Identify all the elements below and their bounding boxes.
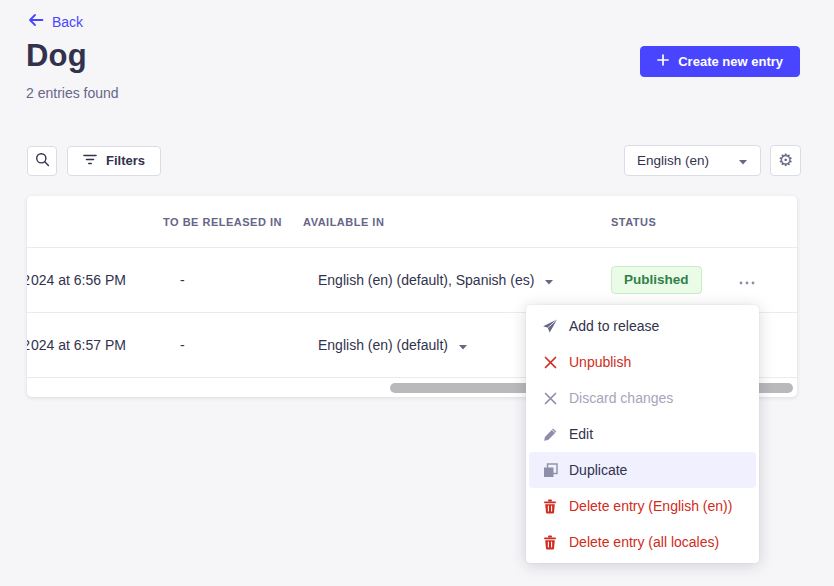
create-new-entry-label: Create new entry	[678, 54, 783, 69]
chevron-down-icon	[738, 153, 748, 168]
toolbar-right-group: English (en) ⚙	[624, 145, 801, 176]
menu-item-label: Edit	[569, 426, 593, 442]
menu-item-label: Add to release	[569, 318, 659, 334]
cell-date: 2024 at 6:57 PM	[27, 337, 163, 353]
menu-item-label: Discard changes	[569, 390, 673, 406]
filters-button[interactable]: Filters	[67, 146, 161, 176]
menu-item-delete-entry-all-locales[interactable]: Delete entry (all locales)	[529, 524, 756, 560]
menu-item-label: Unpublish	[569, 354, 631, 370]
column-header-available-in[interactable]: Available in	[303, 216, 611, 228]
chevron-down-icon[interactable]	[458, 337, 468, 353]
clipped-character: 2	[27, 272, 30, 288]
cell-date: 2024 at 6:56 PM	[27, 272, 163, 288]
row-actions-menu: Add to release Unpublish Discard changes…	[526, 305, 759, 563]
table-row[interactable]: 2024 at 6:56 PM - English (en) (default)…	[27, 248, 797, 313]
search-icon	[35, 152, 50, 170]
trash-icon	[542, 534, 558, 550]
cell-status: Published	[611, 266, 713, 294]
menu-item-edit[interactable]: Edit	[529, 416, 756, 452]
date-text: 024 at 6:56 PM	[31, 272, 126, 288]
duplicate-icon	[542, 462, 558, 478]
entries-count: 2 entries found	[26, 85, 119, 101]
date-text: 024 at 6:57 PM	[31, 337, 126, 353]
locale-select-value: English (en)	[637, 153, 709, 168]
column-header-status[interactable]: Status	[611, 216, 713, 228]
clipped-character: 2	[27, 337, 30, 353]
arrow-left-icon	[28, 13, 44, 30]
more-options-icon	[739, 273, 755, 288]
menu-item-duplicate[interactable]: Duplicate	[529, 452, 756, 488]
filter-icon	[83, 153, 97, 168]
chevron-down-icon[interactable]	[544, 272, 554, 288]
paper-plane-icon	[542, 318, 558, 334]
locale-select[interactable]: English (en)	[624, 145, 761, 176]
locales-text: English (en) (default)	[318, 337, 448, 353]
settings-button[interactable]: ⚙	[770, 145, 801, 176]
gear-icon: ⚙	[778, 152, 793, 169]
pencil-icon	[542, 426, 558, 442]
menu-item-label: Delete entry (all locales)	[569, 534, 719, 550]
locales-text: English (en) (default), Spanish (es)	[318, 272, 534, 288]
row-actions-button[interactable]	[735, 269, 759, 292]
back-label: Back	[52, 14, 83, 30]
cell-actions	[713, 269, 797, 292]
column-header-to-be-released-in[interactable]: To be released in	[163, 216, 303, 228]
menu-item-unpublish[interactable]: Unpublish	[529, 344, 756, 380]
cell-available-in: English (en) (default), Spanish (es)	[303, 272, 611, 288]
menu-item-add-to-release[interactable]: Add to release	[529, 308, 756, 344]
status-badge: Published	[611, 266, 702, 294]
menu-item-discard-changes[interactable]: Discard changes	[529, 380, 756, 416]
filters-label: Filters	[106, 153, 145, 168]
cell-to-be-released-in: -	[163, 272, 303, 288]
search-button[interactable]	[27, 146, 57, 176]
cross-icon	[542, 354, 558, 370]
create-new-entry-button[interactable]: Create new entry	[640, 46, 800, 77]
content-manager-page: Back Dog 2 entries found Create new entr…	[0, 0, 834, 586]
menu-item-label: Delete entry (English (en))	[569, 498, 732, 514]
trash-icon	[542, 498, 558, 514]
menu-item-label: Duplicate	[569, 462, 627, 478]
page-title: Dog	[26, 38, 87, 74]
menu-item-delete-entry-locale[interactable]: Delete entry (English (en))	[529, 488, 756, 524]
back-link[interactable]: Back	[28, 13, 83, 30]
cross-icon	[542, 390, 558, 406]
table-header-row: To be released in Available in Status	[27, 196, 797, 248]
cell-to-be-released-in: -	[163, 337, 303, 353]
plus-icon	[657, 54, 669, 69]
list-toolbar: Filters English (en) ⚙	[27, 145, 801, 176]
